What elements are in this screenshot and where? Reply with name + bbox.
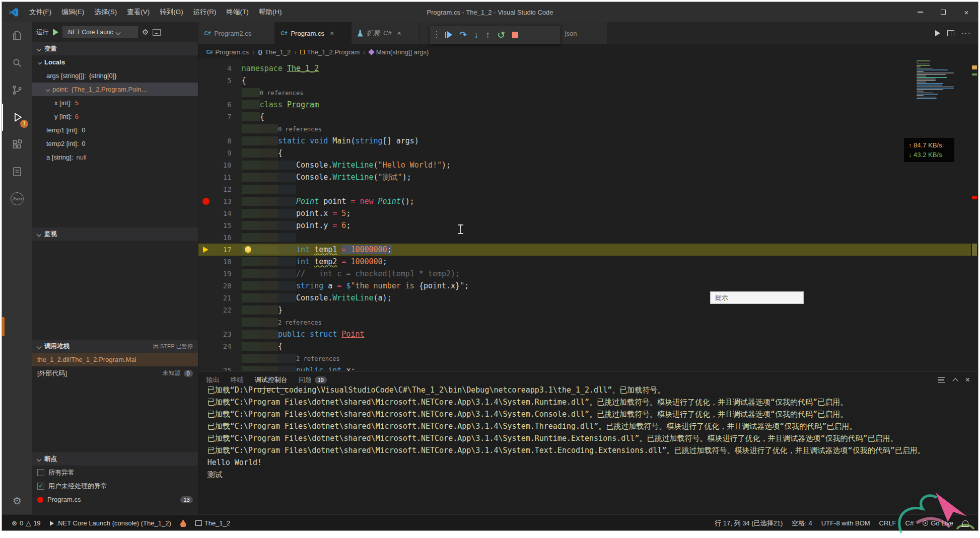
breakpoint-row[interactable]: ✓用户未经处理的异常 <box>32 479 198 493</box>
codelens-line[interactable]: 0 references <box>198 123 978 135</box>
variable-row[interactable]: x [int]:5 <box>32 96 198 110</box>
menu-item[interactable]: 转到(G) <box>155 2 188 22</box>
glyph-margin[interactable] <box>198 292 214 304</box>
variable-row[interactable]: a [string]:null <box>32 150 198 164</box>
minimap[interactable] <box>915 60 958 103</box>
stop-button[interactable] <box>512 32 518 38</box>
close-panel-icon[interactable]: × <box>965 375 970 385</box>
glyph-margin[interactable] <box>198 147 214 159</box>
code-line[interactable]: 9 { <box>198 147 978 159</box>
more-actions-icon[interactable]: ··· <box>961 29 971 38</box>
breakpoints-header[interactable]: 断点 <box>32 452 198 466</box>
glyph-margin[interactable] <box>198 123 214 135</box>
tab--c-[interactable]: 扩展: C#× <box>352 22 420 44</box>
go-live[interactable]: Go Live <box>918 515 958 531</box>
configure-gear-icon[interactable]: ⚙ <box>142 28 149 37</box>
code-line[interactable]: 13 Point point = new Point(); <box>198 195 978 207</box>
activity-extensions[interactable] <box>2 131 32 158</box>
eol[interactable]: CRLF <box>875 515 901 531</box>
code-line[interactable]: 4namespace The_1_2 <box>198 62 978 74</box>
variable-row[interactable]: temp1 [int]:0 <box>32 123 198 137</box>
callstack-frame[interactable]: [外部代码]未知源0 <box>32 366 198 380</box>
run-file-icon[interactable] <box>935 30 940 36</box>
codelens-line[interactable]: 2 references <box>198 352 978 364</box>
code-line[interactable]: 25 public int x; <box>198 364 978 371</box>
checkbox-checked-icon[interactable]: ✓ <box>37 483 44 490</box>
glyph-margin[interactable] <box>198 268 214 280</box>
launch-status[interactable]: .NET Core Launch (console) (The_1_2) <box>45 515 176 531</box>
glyph-margin[interactable] <box>198 364 214 371</box>
code-line[interactable]: 24 { <box>198 340 978 352</box>
restart-button[interactable]: ↺ <box>497 29 505 41</box>
code-line[interactable]: 21 Console.WriteLine(a); <box>198 292 978 304</box>
close-button[interactable]: × <box>955 2 978 22</box>
glyph-margin[interactable] <box>198 340 214 352</box>
glyph-margin[interactable] <box>198 256 214 268</box>
filter-icon[interactable] <box>938 377 945 383</box>
breadcrumb-item[interactable]: The_1_2.Program <box>300 48 360 56</box>
checkbox-icon[interactable] <box>37 469 44 476</box>
minimize-button[interactable] <box>908 2 932 22</box>
codelens-references[interactable]: 2 references <box>278 319 322 326</box>
close-icon[interactable]: × <box>330 29 334 37</box>
debug-arrow-glyph[interactable] <box>198 244 214 256</box>
codelens-references[interactable]: 0 references <box>278 126 322 133</box>
activity-notebook[interactable] <box>2 158 32 185</box>
watch-header[interactable]: 监视 <box>32 227 198 241</box>
code-line[interactable]: 5{ <box>198 74 978 87</box>
lightbulb-icon[interactable] <box>245 246 251 253</box>
code-editor[interactable]: 4namespace The_1_25{ 0 references6 class… <box>198 59 978 371</box>
indentation[interactable]: 空格: 4 <box>787 515 816 531</box>
code-line[interactable]: 18 int temp2 = 1000000; <box>198 256 978 268</box>
variable-row[interactable]: point:{The_1_2.Program.Poin… <box>32 83 198 96</box>
code-line[interactable]: 16 <box>198 232 978 244</box>
codelens-references[interactable]: 2 references <box>296 355 340 362</box>
activity-source-control[interactable] <box>2 76 32 104</box>
launch-config-dropdown[interactable]: .NET Core Launc <box>62 26 138 38</box>
cursor-position[interactable]: 行 17, 列 34 (已选择21) <box>710 515 787 531</box>
breakpoint-glyph[interactable] <box>198 195 214 207</box>
drag-handle-icon[interactable] <box>435 30 438 39</box>
activity-explorer[interactable] <box>2 22 32 49</box>
codelens-line[interactable]: 2 references <box>198 316 978 328</box>
breakpoint-row[interactable]: 所有异常 <box>32 466 198 479</box>
variable-row[interactable]: temp2 [int]:0 <box>32 137 198 150</box>
code-line[interactable]: 6 class Program <box>198 99 978 111</box>
glyph-margin[interactable] <box>198 219 214 232</box>
variable-row[interactable]: Locals <box>32 55 198 69</box>
step-into-button[interactable]: ↓ <box>474 30 478 39</box>
variable-row[interactable]: args [string[]]:{string[0]} <box>32 69 198 83</box>
code-line[interactable]: 15 point.y = 6; <box>198 219 978 232</box>
menu-item[interactable]: 选择(S) <box>89 2 122 22</box>
glyph-margin[interactable] <box>198 159 214 171</box>
glyph-margin[interactable] <box>198 316 214 328</box>
breadcrumb-item[interactable]: C#Program.cs <box>206 48 249 56</box>
code-line[interactable]: 17 int temp1 = 10000000; <box>198 244 978 256</box>
menu-item[interactable]: 查看(V) <box>122 2 155 22</box>
activity-json-viewer[interactable]: Json <box>2 185 32 212</box>
breadcrumb-item[interactable]: {}The_1_2 <box>258 48 291 56</box>
problems-status[interactable]: ⊗ 0 △ 19 <box>7 515 45 531</box>
tab-program-cs[interactable]: C#Program.cs× <box>275 22 352 44</box>
menu-item[interactable]: 终端(T) <box>222 2 254 22</box>
flame-status[interactable] <box>176 515 191 531</box>
codelens-references[interactable]: 0 references <box>260 90 304 97</box>
glyph-margin[interactable] <box>198 171 214 183</box>
glyph-margin[interactable] <box>198 62 214 74</box>
code-line[interactable]: 10 Console.WriteLine("Hello World!"); <box>198 159 978 171</box>
code-line[interactable]: 11 Console.WriteLine("测试"); <box>198 171 978 183</box>
continue-button[interactable] <box>445 31 453 38</box>
code-line[interactable]: 14 point.x = 5; <box>198 207 978 219</box>
code-line[interactable]: 23 public struct Point <box>198 328 978 340</box>
encoding[interactable]: UTF-8 with BOM <box>817 515 875 531</box>
tab-program2-cs[interactable]: C#Program2.cs <box>198 22 275 44</box>
glyph-margin[interactable] <box>198 183 214 195</box>
variable-row[interactable]: y [int]:6 <box>32 110 198 123</box>
glyph-margin[interactable] <box>198 304 214 316</box>
glyph-margin[interactable] <box>198 99 214 111</box>
glyph-margin[interactable] <box>198 87 214 99</box>
menu-item[interactable]: 编辑(E) <box>56 2 89 22</box>
close-icon[interactable]: × <box>397 29 401 37</box>
menu-item[interactable]: 帮助(H) <box>254 2 287 22</box>
glyph-margin[interactable] <box>198 74 214 87</box>
